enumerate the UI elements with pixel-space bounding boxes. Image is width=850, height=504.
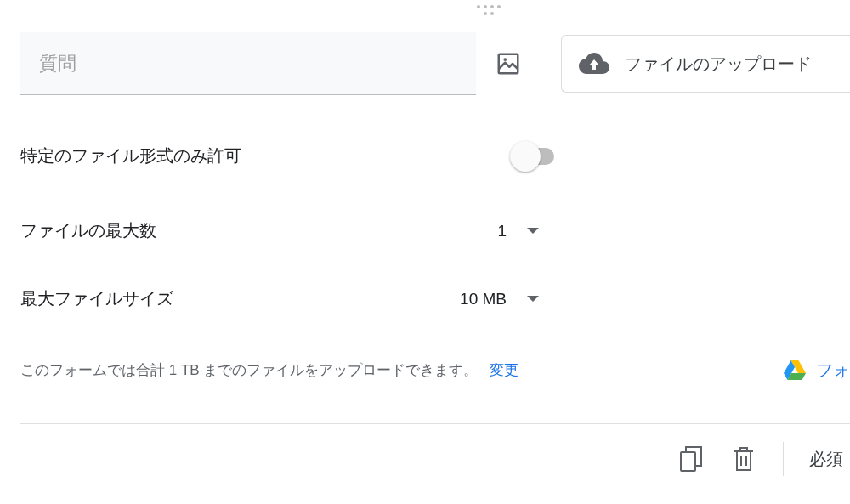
cloud-upload-icon bbox=[579, 53, 609, 75]
question-title-input[interactable] bbox=[20, 32, 476, 95]
question-type-selector[interactable]: ファイルのアップロード bbox=[561, 35, 850, 93]
file-type-restrict-label: 特定のファイル形式のみ許可 bbox=[20, 144, 513, 167]
max-size-value: 10 MB bbox=[460, 290, 507, 309]
max-files-value: 1 bbox=[497, 222, 507, 241]
duplicate-button[interactable] bbox=[677, 445, 705, 473]
max-files-label: ファイルの最大数 bbox=[20, 219, 497, 242]
upload-limit-info: このフォームでは合計 1 TB までのファイルをアップロードできます。 bbox=[20, 360, 478, 380]
svg-rect-0 bbox=[499, 54, 518, 74]
chevron-down-icon bbox=[527, 296, 539, 302]
change-limit-link[interactable]: 変更 bbox=[490, 360, 518, 380]
copy-icon bbox=[680, 446, 702, 472]
question-type-label: ファイルのアップロード bbox=[625, 53, 812, 76]
chevron-down-icon bbox=[527, 228, 539, 234]
image-icon bbox=[496, 51, 521, 76]
max-size-label: 最大ファイルサイズ bbox=[20, 287, 460, 310]
file-type-restrict-toggle[interactable] bbox=[513, 148, 554, 165]
drive-icon bbox=[784, 360, 806, 381]
max-size-dropdown[interactable]: 10 MB bbox=[460, 290, 539, 309]
drive-link-label: フォ bbox=[816, 359, 850, 382]
delete-button[interactable] bbox=[730, 445, 757, 473]
footer-divider bbox=[783, 442, 784, 476]
svg-point-1 bbox=[503, 58, 507, 61]
trash-icon bbox=[734, 446, 754, 472]
add-image-button[interactable] bbox=[495, 50, 522, 77]
drag-handle-icon[interactable] bbox=[476, 5, 502, 15]
max-files-dropdown[interactable]: 1 bbox=[497, 222, 539, 241]
view-folder-link[interactable]: フォ bbox=[784, 359, 850, 382]
svg-rect-2 bbox=[681, 452, 695, 471]
divider bbox=[20, 423, 850, 424]
required-label: 必須 bbox=[809, 448, 843, 471]
